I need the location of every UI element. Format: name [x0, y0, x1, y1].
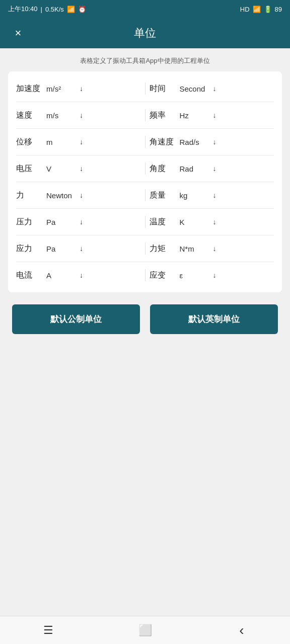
chevron-down-icon-left-5: ↓ [80, 218, 83, 226]
unit-value-left-1: m/s [46, 111, 77, 120]
unit-label-left-4: 力 [16, 190, 46, 201]
divider-4 [145, 189, 146, 201]
unit-label-left-1: 速度 [16, 110, 46, 121]
unit-select-right-5[interactable]: K ↓ [180, 218, 274, 226]
chevron-down-icon-right-3: ↓ [213, 165, 216, 173]
unit-select-left-1[interactable]: m/s ↓ [46, 111, 141, 120]
unit-label-right-6: 力矩 [150, 244, 180, 254]
unit-select-right-1[interactable]: Hz ↓ [180, 111, 274, 120]
unit-right-2: 角速度 Rad/s ↓ [150, 137, 274, 147]
unit-label-left-7: 电流 [16, 270, 46, 281]
battery-level: 89 [275, 6, 282, 13]
unit-value-left-3: V [46, 165, 77, 173]
unit-select-right-7[interactable]: ε ↓ [180, 271, 274, 280]
unit-select-right-0[interactable]: Second ↓ [180, 85, 274, 93]
menu-button[interactable]: ☰ [33, 616, 63, 645]
status-left: 上午10:40 | 0.5K/s 📶 ⏰ [8, 5, 86, 14]
chevron-down-icon-right-7: ↓ [213, 271, 216, 279]
divider-7 [145, 269, 146, 281]
units-card: 加速度 m/s² ↓ 时间 Second ↓ 速度 m/s ↓ [8, 71, 282, 292]
divider-3 [145, 163, 146, 175]
unit-row: 应力 Pa ↓ 力矩 N*m ↓ [16, 235, 274, 262]
unit-left-4: 力 Newton ↓ [16, 190, 141, 201]
page-title: 单位 [134, 26, 156, 41]
unit-right-4: 质量 kg ↓ [150, 190, 274, 201]
unit-select-right-2[interactable]: Rad/s ↓ [180, 138, 274, 146]
unit-label-left-3: 电压 [16, 164, 46, 174]
unit-select-left-3[interactable]: V ↓ [46, 165, 141, 173]
unit-select-left-0[interactable]: m/s² ↓ [46, 85, 141, 93]
unit-value-right-4: kg [180, 191, 210, 200]
unit-value-right-0: Second [180, 85, 210, 93]
home-button[interactable]: ⬜ [130, 616, 160, 645]
back-button[interactable]: ‹ [227, 616, 257, 645]
unit-select-right-3[interactable]: Rad ↓ [180, 165, 274, 173]
unit-value-right-3: Rad [180, 165, 210, 173]
unit-select-left-6[interactable]: Pa ↓ [46, 245, 141, 253]
unit-value-left-0: m/s² [46, 85, 77, 93]
unit-right-3: 角度 Rad ↓ [150, 164, 274, 174]
unit-select-left-7[interactable]: A ↓ [46, 271, 141, 280]
unit-right-0: 时间 Second ↓ [150, 84, 274, 94]
signal-icon: 📶 [67, 6, 75, 13]
unit-right-6: 力矩 N*m ↓ [150, 244, 274, 254]
unit-select-left-4[interactable]: Newton ↓ [46, 191, 141, 200]
unit-select-right-4[interactable]: kg ↓ [180, 191, 274, 200]
unit-row: 电压 V ↓ 角度 Rad ↓ [16, 155, 274, 182]
unit-value-left-2: m [46, 138, 77, 146]
unit-select-right-6[interactable]: N*m ↓ [180, 245, 274, 253]
wifi-icon: 📶 [253, 6, 261, 13]
unit-row: 位移 m ↓ 角速度 Rad/s ↓ [16, 129, 274, 155]
unit-right-5: 温度 K ↓ [150, 217, 274, 227]
unit-label-left-0: 加速度 [16, 84, 46, 94]
unit-label-left-6: 应力 [16, 244, 46, 254]
unit-left-2: 位移 m ↓ [16, 137, 141, 147]
imperial-default-button[interactable]: 默认英制单位 [150, 304, 278, 334]
unit-value-right-2: Rad/s [180, 138, 210, 146]
unit-label-right-7: 应变 [150, 270, 180, 281]
unit-row: 加速度 m/s² ↓ 时间 Second ↓ [16, 75, 274, 102]
chevron-down-icon-right-5: ↓ [213, 218, 216, 226]
unit-value-left-4: Newton [46, 191, 77, 200]
unit-left-3: 电压 V ↓ [16, 164, 141, 174]
unit-label-left-5: 压力 [16, 217, 46, 227]
unit-label-right-3: 角度 [150, 164, 180, 174]
unit-right-1: 频率 Hz ↓ [150, 110, 274, 121]
divider-5 [145, 216, 146, 228]
battery-icon: 🔋 [264, 6, 272, 13]
unit-left-7: 电流 A ↓ [16, 270, 141, 281]
divider-0 [145, 83, 146, 95]
status-right: HD 📶 🔋 89 [240, 6, 282, 13]
unit-left-5: 压力 Pa ↓ [16, 217, 141, 227]
button-row: 默认公制单位 默认英制单位 [8, 304, 282, 334]
app-bar: × 单位 [0, 18, 290, 48]
unit-row: 速度 m/s ↓ 频率 Hz ↓ [16, 102, 274, 129]
unit-value-right-7: ε [180, 271, 210, 280]
unit-value-left-6: Pa [46, 245, 77, 253]
main-content: 表格定义了振动工具箱App中使用的工程单位 加速度 m/s² ↓ 时间 Seco… [0, 48, 290, 616]
unit-select-left-2[interactable]: m ↓ [46, 138, 141, 146]
unit-row: 力 Newton ↓ 质量 kg ↓ [16, 182, 274, 209]
divider-2 [145, 136, 146, 148]
status-bar: 上午10:40 | 0.5K/s 📶 ⏰ HD 📶 🔋 89 [0, 0, 290, 18]
divider-6 [145, 243, 146, 255]
unit-right-7: 应变 ε ↓ [150, 270, 274, 281]
unit-row: 电流 A ↓ 应变 ε ↓ [16, 262, 274, 288]
unit-label-right-1: 频率 [150, 110, 180, 121]
unit-left-6: 应力 Pa ↓ [16, 244, 141, 254]
unit-value-right-5: K [180, 218, 210, 226]
chevron-down-icon-left-3: ↓ [80, 165, 83, 173]
chevron-down-icon-left-7: ↓ [80, 271, 83, 279]
unit-value-left-5: Pa [46, 218, 77, 226]
chevron-down-icon-right-0: ↓ [213, 85, 216, 93]
signal-bars-icon: HD [240, 6, 250, 13]
menu-icon: ☰ [43, 624, 53, 637]
close-button[interactable]: × [8, 23, 28, 43]
status-speed: 0.5K/s [45, 6, 64, 13]
status-network: | [41, 6, 42, 13]
chevron-down-icon-left-2: ↓ [80, 138, 83, 146]
unit-select-left-5[interactable]: Pa ↓ [46, 218, 141, 226]
metric-default-button[interactable]: 默认公制单位 [12, 304, 140, 334]
unit-left-1: 速度 m/s ↓ [16, 110, 141, 121]
nav-bar: ☰ ⬜ ‹ [0, 616, 290, 644]
